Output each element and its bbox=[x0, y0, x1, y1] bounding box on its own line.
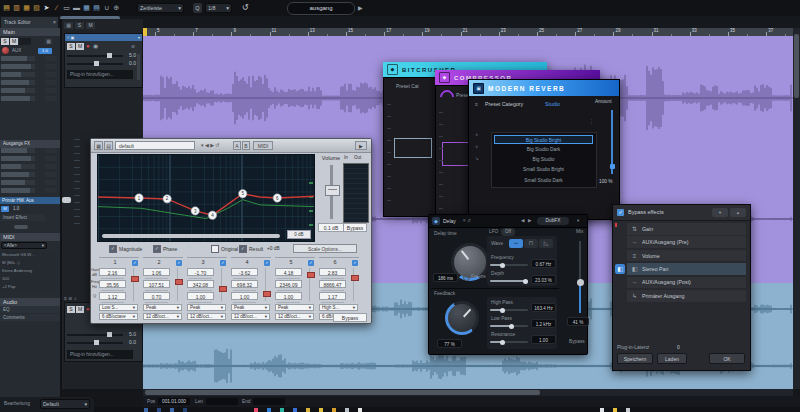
new-song-icon[interactable]: ▤ bbox=[2, 3, 11, 13]
taskbar-app-icon[interactable] bbox=[319, 408, 323, 412]
eq-q-mini-slider[interactable] bbox=[101, 302, 124, 303]
eq-q-mini-slider[interactable] bbox=[189, 302, 212, 303]
console-slider[interactable] bbox=[1, 148, 35, 153]
eq-band-type-dropdown[interactable]: Peak▾ bbox=[275, 304, 314, 311]
eq-band-gain-slider[interactable] bbox=[306, 268, 313, 301]
taskbar-app-icon[interactable] bbox=[144, 408, 148, 412]
eq-band-type-dropdown[interactable]: Low S...▾ bbox=[99, 304, 138, 311]
eq-band-enable-checkbox[interactable]: ✓ bbox=[132, 260, 138, 266]
eq-band-gain-slider[interactable] bbox=[262, 268, 269, 301]
preset-prev-icon[interactable]: ◀ bbox=[521, 218, 524, 223]
pan-slider-thumb[interactable] bbox=[94, 61, 99, 66]
console-output-row[interactable]: Primär HW. Aus bbox=[0, 197, 60, 204]
eq-band-gain-slider[interactable] bbox=[350, 268, 357, 301]
taskbar-app-icon[interactable] bbox=[345, 408, 349, 412]
taskbar-app-icon[interactable] bbox=[254, 408, 258, 412]
eq-band-enable-checkbox[interactable]: ✓ bbox=[176, 260, 182, 266]
eq-band-gain-slider[interactable] bbox=[130, 268, 137, 301]
track-mute-button[interactable]: M bbox=[76, 306, 84, 313]
amount-slider[interactable] bbox=[611, 110, 613, 174]
frequency-slider-thumb[interactable] bbox=[500, 263, 505, 268]
console-slider[interactable] bbox=[1, 172, 35, 177]
sort-up-button[interactable]: ▲ bbox=[730, 208, 746, 217]
console-slider[interactable] bbox=[1, 188, 35, 193]
console-comments-row[interactable]: Comments bbox=[0, 314, 60, 321]
taskbar-app-icon[interactable] bbox=[170, 408, 174, 412]
console-slider[interactable] bbox=[1, 156, 35, 161]
console-eq-row[interactable]: EQ bbox=[0, 306, 60, 313]
tab-track-editor[interactable]: Track Editor × bbox=[1, 17, 58, 28]
export-icon[interactable]: ▧ bbox=[32, 3, 41, 13]
eq-q-mini-slider[interactable] bbox=[145, 302, 168, 303]
compressor-preset-box[interactable] bbox=[442, 142, 470, 166]
eq-band-gain-field[interactable]: -1.70 bbox=[187, 268, 214, 276]
effects-item-prim-rer-ausgang[interactable]: ↳Primärer Ausgang bbox=[627, 290, 746, 302]
effects-item-gain[interactable]: ⇅Gain bbox=[627, 223, 746, 235]
depth-slider-thumb[interactable] bbox=[523, 279, 528, 284]
eq-band-freq-field[interactable]: 2346.09 bbox=[275, 280, 302, 288]
taskbar-app-icon[interactable] bbox=[332, 408, 336, 412]
quantize-value-dropdown[interactable]: 1/8 ▾ bbox=[205, 3, 232, 13]
eq-freq-mini-slider[interactable] bbox=[233, 290, 256, 291]
eq-band-q-field[interactable]: 1.12 bbox=[99, 292, 126, 300]
saw-wave-button[interactable]: ◺ bbox=[539, 239, 553, 248]
add-insert-button[interactable]: Plug-in hinzufügen... bbox=[67, 350, 133, 359]
delay-time-field[interactable]: 186 ms bbox=[433, 273, 458, 282]
pan-slider[interactable] bbox=[67, 342, 123, 344]
editor-solo-button[interactable]: S bbox=[75, 22, 84, 29]
taskbar-tray-icon[interactable] bbox=[626, 408, 630, 412]
pencil-tool-icon[interactable]: ∕ bbox=[52, 3, 61, 13]
freeze-toggle-icon[interactable] bbox=[463, 274, 470, 281]
eq-band-gain-field[interactable]: 4.18 bbox=[275, 268, 302, 276]
volume-slider[interactable] bbox=[67, 334, 123, 336]
eq-band-slope-dropdown[interactable]: 12 dB/oct...▾ bbox=[187, 313, 226, 320]
volume-slider-thumb[interactable] bbox=[107, 332, 112, 337]
eq-band-freq-field[interactable]: 8866.47 bbox=[319, 280, 346, 288]
eq-q-mini-slider[interactable] bbox=[321, 302, 344, 303]
taskbar-app-icon[interactable] bbox=[267, 408, 271, 412]
taskbar-app-icon[interactable] bbox=[306, 408, 310, 412]
eq-band-gain-slider-thumb[interactable] bbox=[131, 276, 139, 282]
mix-slider[interactable] bbox=[579, 241, 581, 313]
eq-band-type-dropdown[interactable]: Peak▾ bbox=[231, 304, 270, 311]
depth-field[interactable]: 23.03 % bbox=[531, 275, 556, 284]
bitcrusher-preset-box[interactable] bbox=[394, 138, 432, 158]
eq-gain-mini-slider[interactable] bbox=[277, 278, 300, 279]
eq-band-gain-field[interactable]: 1.06 bbox=[143, 268, 170, 276]
eq-band-slope-dropdown[interactable]: 6 dB/octave▾ bbox=[99, 313, 138, 320]
close-icon[interactable]: × bbox=[53, 17, 56, 28]
reverb-preset-item[interactable]: Big Studio Dark bbox=[494, 145, 593, 155]
high-pass-slider[interactable] bbox=[490, 309, 528, 311]
collapse-icon[interactable]: ▾ bbox=[577, 218, 579, 223]
waveform-icon[interactable]: ≋ bbox=[131, 43, 135, 50]
eq-band-gain-slider-thumb[interactable] bbox=[307, 272, 315, 278]
midi-input-dropdown[interactable]: <Alle> ▾ bbox=[1, 242, 47, 249]
console-slider[interactable] bbox=[1, 72, 35, 77]
mono-badge[interactable]: M bbox=[1, 206, 9, 212]
console-slider[interactable] bbox=[1, 80, 35, 85]
send-icon[interactable]: ▶ bbox=[358, 3, 368, 13]
solo-button[interactable]: S bbox=[1, 38, 9, 45]
taskbar-app-icon[interactable] bbox=[293, 408, 297, 412]
mix-slider-thumb[interactable] bbox=[577, 279, 584, 286]
reverb-preset-item[interactable]: Small Studio Dark bbox=[494, 176, 593, 186]
taskbar-tray-icon[interactable] bbox=[600, 408, 604, 412]
eq-freq-mini-slider[interactable] bbox=[321, 290, 344, 291]
eq-band-gain-slider-thumb[interactable] bbox=[263, 291, 271, 297]
scroll-up-icon[interactable]: ∧ bbox=[475, 132, 478, 137]
eq-band-q-field[interactable]: 1.00 bbox=[275, 292, 302, 300]
eq-band-gain-slider[interactable] bbox=[218, 268, 225, 301]
eq-gain-mini-slider[interactable] bbox=[233, 278, 256, 279]
low-pass-field[interactable]: 1.2 kHz bbox=[531, 319, 556, 328]
eq-gain-mini-slider[interactable] bbox=[101, 278, 124, 279]
eq-band-freq-field[interactable]: 698.32 bbox=[231, 280, 258, 288]
editor-grid-icon[interactable]: ▦ bbox=[64, 22, 73, 29]
feedback-field[interactable]: 77 % bbox=[437, 339, 462, 348]
timebase-dropdown[interactable]: Zeitleiste ▾ bbox=[137, 3, 184, 13]
volume-slider-thumb[interactable] bbox=[107, 53, 112, 58]
eq-band-gain-slider-thumb[interactable] bbox=[175, 279, 183, 285]
end-field[interactable] bbox=[253, 398, 285, 405]
resonance-slider-thumb[interactable] bbox=[500, 340, 505, 345]
metronome-icon[interactable]: ⊕ bbox=[112, 3, 121, 13]
expand-icon[interactable]: ↘ bbox=[475, 156, 479, 161]
